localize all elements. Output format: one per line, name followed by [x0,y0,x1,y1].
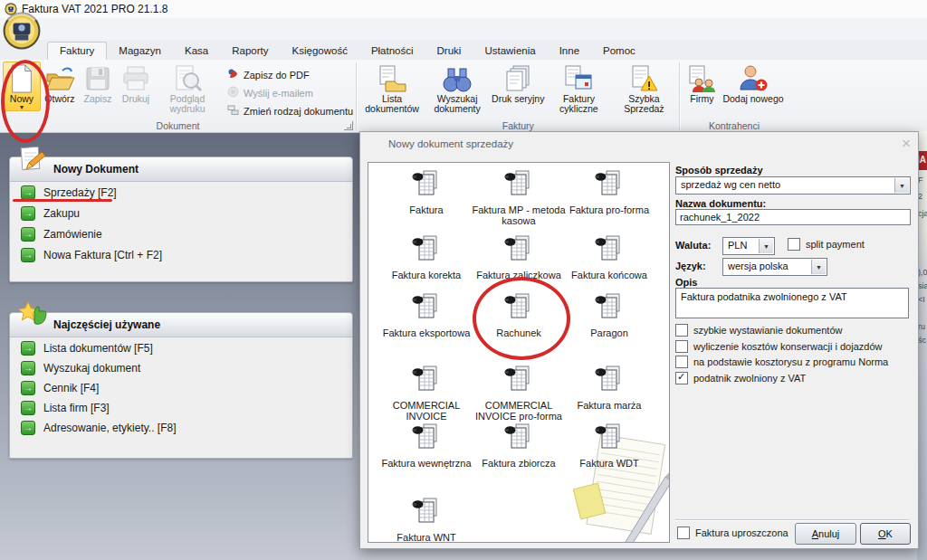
doc-type-paragon[interactable]: Paragon [560,291,658,338]
doc-type-faktura-zaliczkowa[interactable]: Faktura zaliczkowa [470,233,568,280]
checkbox-box[interactable] [675,324,688,337]
otw-rz-button[interactable]: Otwórz [41,62,79,105]
checkbox-box[interactable] [677,527,690,539]
simplified-invoice-checkbox[interactable]: Faktura uproszczona [677,527,788,539]
sidebar-item-nowa-faktura-ctrl-f2[interactable]: →Nowa Faktura [Ctrl + F2] [21,245,162,265]
sidebar-item-lista-firm-f3[interactable]: →Lista firm [F3] [21,398,110,418]
split-payment-checkbox[interactable]: split payment [788,238,865,251]
checkbox-box[interactable] [675,340,688,353]
doc-type-commercial-invoice-pro-forma[interactable]: COMMERCIAL INVOICE pro-forma [470,364,568,422]
chevron-down-icon[interactable]: ▼ [759,239,773,253]
background-text-fragment: ),0 [918,268,927,277]
document-icon [377,291,475,326]
doc-type-faktura-wewn-trzna[interactable]: Faktura wewnętrzna [377,422,475,469]
language-select[interactable]: wersja polska ▼ [722,258,827,276]
document-name-input[interactable] [675,209,911,225]
szybka-sprzeda-button[interactable]: Szybka Sprzedaż [611,62,676,115]
sidebar-item-label: Zamówienie [43,228,102,241]
chevron-down-icon[interactable]: ▼ [894,178,909,193]
application-window: Faktura VAT 2021 PRO 21.1.8 –▾ FakturyMa… [0,0,927,560]
background-text-fragment: 2 [918,192,927,201]
application-menu-button[interactable] [3,12,41,50]
background-text-fragment: śc [918,336,927,345]
doc-type-faktura-wdt[interactable]: Faktura WDT [560,422,658,469]
lista-dokument-w-button[interactable]: Lista dokumentów [359,62,425,115]
chevron-down-icon: ▼ [19,104,25,110]
ribbon-group-body: Firmy Dodaj nowego [683,60,785,120]
sale-method-select[interactable]: sprzedaż wg cen netto ▼ [675,176,911,195]
doc-type-faktura[interactable]: Faktura [377,168,475,215]
tab-druki[interactable]: Druki [425,43,473,60]
document-icon [560,422,658,456]
open-folder-icon [44,63,75,94]
document-type-list: Faktura Faktura MP - metoda kasowa Faktu… [368,162,670,543]
druk-seryjny-button[interactable]: Druk seryjny [490,62,546,105]
option-podatnik-zwolniony-z-vat[interactable]: podatnik zwolniony z VAT [675,372,806,384]
document-icon [377,233,475,268]
doc-type-commercial-invoice[interactable]: COMMERCIAL INVOICE [377,364,475,422]
dodaj-nowego-button[interactable]: Dodaj nowego [721,62,785,105]
sidebar-item-label: Nowa Faktura [Ctrl + F2] [43,249,162,261]
sidebar-item-zam-wienie[interactable]: →Zamówienie [21,224,102,244]
description-input[interactable]: Faktura podatnika zwolnionego z VAT [675,288,909,318]
checkbox-box[interactable] [675,372,688,384]
tab-p-atno-ci[interactable]: Płatności [359,43,425,60]
button-label: Wyszukaj dokumenty [426,94,488,114]
ribbon: Nowy▼ Otwórz Zapisz Drukuj Podgląd wydru… [0,60,927,133]
sidebar-item-zakupu[interactable]: →Zakupu [21,204,80,223]
nowy-button[interactable]: Nowy▼ [3,62,41,111]
favorites-icon [17,300,48,331]
arrow-right-icon: → [21,421,35,435]
sidebar-item-adresowanie-etykiety-f8[interactable]: →Adresowanie, etykiety.. [F8] [21,418,177,438]
doc-type-faktura-mar-a[interactable]: Faktura marża [560,364,658,411]
document-icon [377,168,475,203]
doc-type-faktura-korekta[interactable]: Faktura korekta [377,233,475,280]
ribbon-tab-strip: FakturyMagazynKasaRaportyKsięgowośćPłatn… [0,40,927,61]
firmy-button[interactable]: Firmy [683,62,721,105]
ok-button[interactable]: OK [860,523,911,545]
option-szybkie-wystawianie-dokument-w[interactable]: szybkie wystawianie dokumentów [675,324,842,337]
tab-ustawienia[interactable]: Ustawienia [473,43,547,60]
tab-magazyn[interactable]: Magazyn [107,43,173,60]
faktury-cykliczne-button[interactable]: Faktury cykliczne [546,62,611,115]
currency-select[interactable]: PLN ▼ [722,237,775,255]
document-icon [470,233,568,268]
sidebar-item-sprzeda-y-f2[interactable]: →Sprzedaży [F2] [21,183,117,203]
panel-header: Nowy Dokument [10,157,352,182]
doc-type-faktura-zbiorcza[interactable]: Faktura zbiorcza [470,422,568,469]
sidebar-item-label: Sprzedaży [F2] [43,186,117,199]
zapisz-do-pdf-button[interactable]: Zapisz do PDF [227,68,353,81]
option-na-podstawie-kosztorysu-z-programu-norma[interactable]: na podstawie kosztorysu z programu Norma [675,356,888,368]
sidebar-item-cennik-f4[interactable]: →Cennik [F4] [21,378,99,398]
checkbox-box[interactable] [788,238,800,251]
sidebar-item-lista-dokument-w-f5[interactable]: →Lista dokumentów [F5] [21,338,153,358]
tab-raporty[interactable]: Raporty [220,43,280,60]
wyszukaj-dokumenty-button[interactable]: Wyszukaj dokumenty [425,62,490,115]
close-icon[interactable]: × [902,135,911,153]
button-label: Podgląd wydruku [157,94,218,114]
doc-type-faktura-pro-forma[interactable]: Faktura pro-forma [560,168,658,215]
doc-type-rachunek[interactable]: Rachunek [470,291,568,338]
doc-type-faktura-wnt[interactable]: Faktura WNT [377,496,475,543]
binoculars-icon [442,63,473,94]
tab-pomoc[interactable]: Pomoc [591,43,647,60]
checkbox-label: szybkie wystawianie dokumentów [693,325,842,336]
dialog-title-bar: Nowy dokument sprzedaży × [360,132,918,157]
dialog-launcher-icon[interactable] [344,121,353,130]
cancel-button[interactable]: Anuluj [795,523,856,545]
tab-kasa[interactable]: Kasa [173,43,220,60]
option-wyliczenie-koszt-w-konserwacji-i-dojazd-w[interactable]: wyliczenie kosztów konserwacji i dojazdó… [675,340,882,353]
tab-ksi-gowo[interactable]: Księgowość [281,43,359,60]
doc-type-faktura-ko-cowa[interactable]: Faktura końcowa [560,233,658,280]
button-label: Szybka Sprzedaż [613,94,674,114]
doc-type-faktura-mp-metoda-kasowa[interactable]: Faktura MP - metoda kasowa [470,168,568,226]
tab-faktury[interactable]: Faktury [47,42,107,60]
button-label: Lista dokumentów [361,94,423,114]
sidebar-item-wyszukaj-dokument[interactable]: →Wyszukaj dokument [21,358,140,378]
tab-inne[interactable]: Inne [548,43,591,60]
doc-type-faktura-eksportowa[interactable]: Faktura eksportowa [377,291,475,338]
checkbox-box[interactable] [675,356,688,368]
chevron-down-icon[interactable]: ▼ [811,260,826,274]
doc-type-label: Faktura eksportowa [377,327,475,338]
zmie-rodzaj-dokumentu-button[interactable]: Zmień rodzaj dokumentu [227,104,353,118]
